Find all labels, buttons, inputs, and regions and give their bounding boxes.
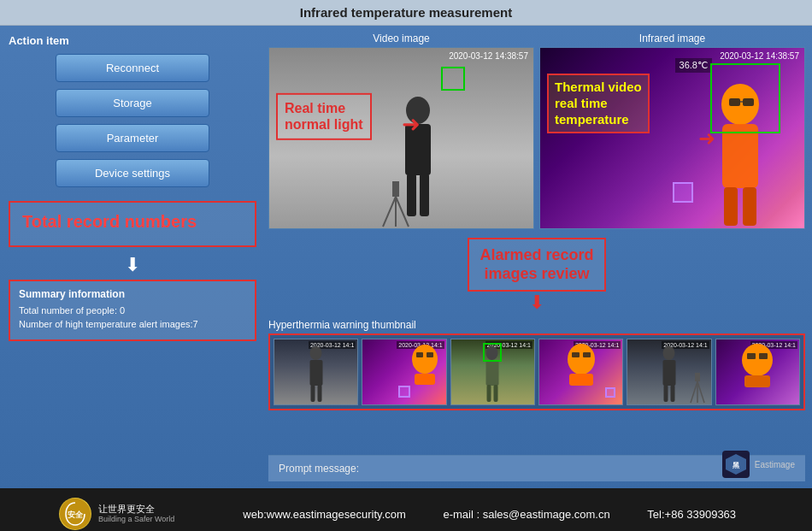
prompt-bar: Prompt message: 黑 Eastimage	[268, 455, 805, 481]
thermal-label-box: Thermal videoreal timetemperature	[547, 74, 650, 133]
svg-rect-17	[310, 385, 315, 402]
parameter-button[interactable]: Parameter	[56, 124, 209, 152]
svg-rect-32	[662, 360, 675, 386]
thumbnail-6[interactable]: 2020-03-12 14:1	[715, 339, 800, 405]
svg-rect-28	[569, 374, 593, 386]
eastimage-icon: 黑	[722, 451, 750, 478]
thermal-face-box	[710, 63, 780, 133]
reconnect-button[interactable]: Reconnect	[56, 54, 209, 82]
svg-rect-9	[722, 124, 758, 188]
footer-logo: 安全 让世界更安全 Building a Safer World	[59, 498, 174, 530]
thumb-tripod-5	[688, 370, 707, 404]
app-title: Infrared temperature measurement	[300, 5, 512, 20]
thumbnail-2[interactable]: 2020-03-12 14:1	[362, 339, 446, 405]
thumbnail-5[interactable]: 2020-03-12 14:1	[627, 339, 711, 405]
thumb-thermal-face-6	[738, 343, 776, 389]
summary-line-1: Total number of people: 0	[19, 305, 246, 316]
thumb-thermal-face-2	[408, 344, 442, 386]
title-bar: Infrared temperature measurement	[0, 0, 812, 26]
device-settings-button[interactable]: Device settings	[56, 159, 209, 187]
thumb-indicator-2	[398, 386, 410, 398]
svg-point-19	[412, 345, 438, 374]
summary-title: Summary information	[19, 288, 246, 300]
svg-rect-41	[747, 353, 756, 359]
video-image-label: Video image	[268, 32, 534, 44]
svg-line-5	[383, 197, 396, 227]
prompt-label: Prompt message:	[279, 463, 359, 475]
svg-text:安全: 安全	[67, 510, 84, 519]
action-item-label: Action item	[9, 34, 256, 47]
footer-bar: 安全 让世界更安全 Building a Safer World web:www…	[0, 488, 812, 531]
storage-button[interactable]: Storage	[56, 89, 209, 117]
action-buttons: Reconnect Storage Parameter Device setti…	[9, 54, 256, 187]
svg-rect-34	[670, 385, 674, 402]
svg-rect-22	[427, 352, 433, 357]
summary-box: Summary information Total number of peop…	[9, 280, 256, 341]
svg-rect-30	[583, 352, 591, 357]
thermal-label: Thermal videoreal timetemperature	[555, 80, 642, 127]
footer-logo-text: 让世界更安全 Building a Safer World	[98, 503, 174, 525]
face-detection-box	[441, 67, 465, 91]
svg-point-27	[568, 344, 595, 375]
logo-tagline: Building a Safer World	[98, 515, 174, 525]
svg-rect-35	[695, 373, 700, 381]
small-square-indicator	[673, 182, 693, 203]
eastimage-label: Eastimage	[755, 460, 795, 469]
footer-info: web:www.eastimagesecurity.com e-mail : s…	[226, 508, 753, 521]
thumb-person-5	[654, 345, 684, 404]
alarmed-arrow-down-icon: ⬇	[529, 292, 544, 314]
mid-section: Alarmed recordimages review ⬇	[268, 234, 805, 314]
arrow-right-icon: ➜	[402, 110, 421, 137]
svg-line-38	[697, 381, 704, 403]
svg-rect-18	[317, 385, 321, 402]
footer-tel: Tel:+86 33909363	[647, 508, 736, 521]
total-record-label: Total record numbers	[22, 211, 243, 232]
alarmed-label-box: Alarmed recordimages review	[468, 238, 605, 292]
video-frame: 2020-03-12 14:38:57 Real timenormal ligh…	[268, 47, 534, 229]
thumbnails-row: 2020-03-12 14:1 2020-03-12 14:1	[268, 333, 805, 410]
thumbnail-1[interactable]: 2020-03-12 14:1	[274, 339, 358, 405]
right-panel: Video image	[265, 26, 812, 488]
svg-rect-24	[486, 360, 499, 386]
thumbnails-section: Hyperthermia warning thumbnail 2020-03-1…	[268, 319, 805, 450]
svg-rect-26	[494, 385, 498, 402]
svg-point-15	[309, 346, 321, 360]
svg-rect-3	[420, 174, 429, 216]
thumb-indicator-4	[605, 387, 615, 398]
svg-rect-16	[309, 360, 322, 386]
svg-rect-25	[487, 385, 491, 402]
footer-email: e-mail : sales@eastimage.com.cn	[443, 508, 609, 521]
thumbnail-4[interactable]: 2020-03-12 14:1	[538, 339, 623, 405]
left-panel: Action item Reconnect Storage Parameter …	[0, 26, 265, 488]
svg-rect-10	[724, 187, 738, 226]
svg-rect-42	[759, 353, 768, 359]
thumbnails-label: Hyperthermia warning thumbnail	[268, 319, 805, 331]
svg-rect-33	[663, 385, 668, 402]
svg-rect-21	[416, 352, 423, 357]
svg-point-39	[742, 344, 773, 376]
logo-chinese-text: 让世界更安全	[98, 503, 174, 515]
infrared-frame: 2020-03-12 14:38:57 Thermal videoreal ti…	[539, 47, 805, 229]
infrared-section: Infrared image	[539, 32, 805, 229]
video-timestamp: 2020-03-12 14:38:57	[449, 51, 528, 61]
company-logo-circle: 安全	[59, 498, 91, 530]
svg-rect-4	[392, 181, 399, 197]
svg-line-36	[691, 381, 697, 403]
svg-point-31	[662, 346, 674, 360]
svg-rect-20	[415, 374, 435, 385]
thumb-person-1	[301, 345, 331, 404]
footer-website: web:www.eastimagesecurity.com	[243, 508, 406, 521]
summary-line-2: Number of high temperature alert images:…	[19, 319, 246, 329]
svg-line-7	[396, 197, 409, 227]
svg-rect-40	[744, 375, 770, 387]
thumb-face-box-3	[483, 343, 502, 362]
thumbnail-3[interactable]: 2020-03-12 14:1	[450, 339, 535, 405]
infrared-image-label: Infrared image	[539, 32, 805, 44]
alarmed-label: Alarmed recordimages review	[480, 246, 593, 283]
video-row: Video image	[268, 32, 805, 229]
arrow-down-icon: ⬇	[9, 254, 256, 276]
video-section: Video image	[268, 32, 534, 229]
main-content: Action item Reconnect Storage Parameter …	[0, 26, 812, 488]
eastimage-logo: 黑 Eastimage	[722, 451, 795, 478]
real-time-label: Real timenormal light	[285, 100, 363, 133]
